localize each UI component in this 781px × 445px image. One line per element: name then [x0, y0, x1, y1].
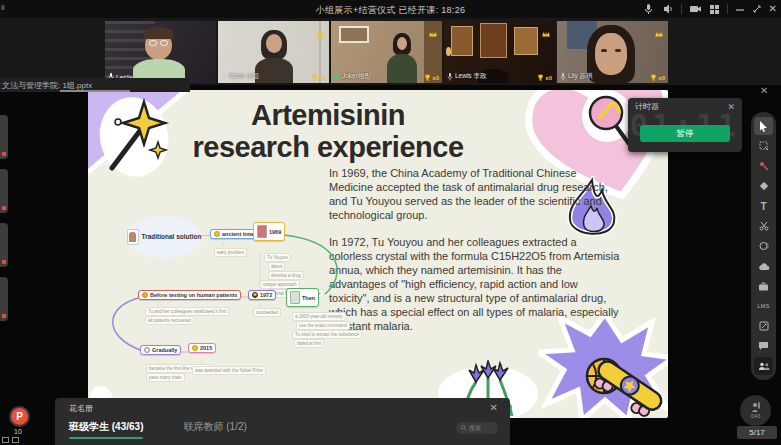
docked-file-tab[interactable] — [0, 223, 8, 267]
mic-icon — [560, 73, 566, 81]
video-tile[interactable]: Lily 苏琪 x0 — [557, 21, 668, 83]
slide-title: Artemisinin research experience — [158, 100, 498, 164]
unread-dot — [2, 206, 6, 210]
mindmap-subitem: use the exact command — [296, 321, 350, 330]
ppt-file-badge[interactable]: P — [9, 406, 30, 427]
mindmap-node: Before testing on human patients — [138, 290, 241, 300]
mindmap-node: 1969 — [253, 222, 285, 241]
glasses — [149, 40, 157, 46]
poster — [514, 27, 538, 55]
shared-file-tabbar: 文法与管理学院: 1组.pptx — [0, 78, 190, 92]
crown-icon — [541, 24, 551, 42]
timer-pause-button[interactable]: 暂停 — [640, 125, 730, 142]
eraser-tool-icon[interactable] — [754, 177, 773, 195]
titlebar: il 小组展示+结营仪式 已经开课: 18:26 ✕ — [0, 0, 781, 18]
view-switch-icons[interactable] — [2, 437, 19, 443]
speaker-icon[interactable] — [662, 3, 674, 15]
mindmap-subitem: succeeded — [253, 308, 281, 317]
participant-name: Lewis 李政 — [455, 72, 486, 81]
tab-class-students[interactable]: 班级学生 (43/63) — [69, 420, 143, 439]
trophy-count: x0 — [319, 75, 326, 81]
participant-name: Joker翊彤 — [342, 72, 371, 81]
shape-tool-icon[interactable] — [754, 237, 773, 255]
participant-face — [266, 34, 282, 53]
docked-file-tab[interactable] — [0, 169, 8, 213]
mindmap-subitem: pass many trials — [146, 373, 185, 382]
trophy-icon — [311, 74, 318, 81]
lms-tool[interactable]: LMS — [754, 297, 773, 315]
poster — [451, 26, 473, 56]
minimize-icon[interactable] — [735, 4, 745, 14]
annotation-toolbar: T LMS — [751, 112, 776, 380]
trophy-icon — [537, 74, 544, 81]
docked-file-tab[interactable] — [0, 115, 8, 159]
video-tile[interactable]: Leslie — [105, 21, 216, 83]
poster — [480, 23, 507, 58]
participant-body — [387, 54, 417, 83]
mindmap-root-node: Traditional solution — [126, 216, 202, 258]
chat-tool-icon[interactable] — [754, 337, 773, 355]
roster-tabs: 班级学生 (43/63) 联席教师 (1/2) — [69, 420, 247, 439]
trophy-icon — [650, 74, 657, 81]
scissors-tool-icon[interactable] — [754, 217, 773, 235]
trophy-icon — [424, 74, 431, 81]
select-tool-icon[interactable] — [754, 137, 773, 155]
plant-thumbnail — [290, 291, 300, 304]
meeting-app-window: il 小组展示+结营仪式 已经开课: 18:26 ✕ — [0, 0, 781, 445]
video-tile[interactable]: Joker翊彤 x0 — [331, 21, 442, 83]
raise-hand-icon — [750, 402, 762, 413]
participant-hair — [144, 27, 173, 39]
roster-search[interactable]: 搜索 — [456, 422, 498, 434]
mindmap-subitem: a 1600-year-old remedy — [292, 312, 346, 321]
participants-tool-icon[interactable] — [754, 357, 773, 375]
camera-icon[interactable] — [689, 3, 702, 15]
laser-pointer-icon[interactable] — [754, 157, 773, 175]
mindmap-subitem: develop a drug — [268, 271, 304, 280]
mindmap-node: 1972 — [248, 290, 276, 300]
smiley-emoji-icon — [214, 231, 220, 237]
video-tile[interactable]: Coco 小组 x0 — [218, 21, 329, 83]
cursor-tool-icon[interactable] — [754, 117, 773, 135]
mic-icon[interactable] — [643, 3, 655, 15]
glasses — [160, 40, 168, 46]
raise-hand-badge[interactable]: 0/43 — [740, 395, 771, 426]
mindmap-subitem: was awarded with the Nobel Prize — [192, 366, 266, 375]
mindmap-subitem: early problem — [214, 248, 247, 257]
video-tile[interactable]: Lewis 李政 x0 — [444, 21, 555, 83]
toolbox-icon[interactable] — [754, 277, 773, 295]
ppt-letter: P — [16, 411, 23, 422]
shared-file-tab[interactable]: 文法与管理学院: 1组.pptx — [0, 80, 92, 91]
trophy-count: x0 — [432, 75, 439, 81]
titlebar-divider — [727, 4, 728, 14]
tab-co-teachers[interactable]: 联席教师 (1/2) — [183, 420, 246, 439]
roster-close-icon[interactable]: ✕ — [490, 402, 498, 413]
text-tool-icon[interactable]: T — [754, 197, 773, 215]
notes-tool-icon[interactable] — [754, 317, 773, 335]
toolbar-close-icon[interactable]: ✕ — [760, 85, 768, 96]
mindmap-node-label: ancient times — [222, 231, 257, 237]
participant-name-row: Coco 小组 — [221, 72, 259, 81]
mindmap-node-label: Before testing on human patients — [150, 292, 237, 298]
docked-file-tab[interactable] — [0, 277, 8, 321]
eye — [615, 49, 621, 52]
layout-grid-icon[interactable] — [709, 4, 720, 15]
participant-name-row: Joker翊彤 — [334, 72, 371, 81]
roster-panel: 花名册 ✕ 班级学生 (43/63) 联席教师 (1/2) 搜索 — [55, 398, 510, 445]
person-thumbnail — [127, 229, 139, 245]
mindmap-subitem: about — [268, 262, 285, 271]
left-docked-tabs — [0, 105, 10, 425]
participant-face — [595, 33, 627, 75]
mindmap-subitem: all patients recovered — [145, 316, 194, 325]
file-tab-active-indicator — [60, 90, 130, 92]
restore-icon[interactable] — [752, 4, 762, 14]
slide-title-line1: Artemisinin — [158, 100, 498, 132]
cloud-upload-icon[interactable] — [754, 257, 773, 275]
trophy-count: x0 — [658, 75, 665, 81]
close-icon[interactable]: ✕ — [769, 2, 777, 16]
roster-title: 花名册 — [69, 403, 93, 414]
trophy-badge: x0 — [311, 74, 326, 81]
slide-title-line2: research experience — [158, 132, 498, 164]
trophy-badge: x0 — [424, 74, 439, 81]
voice-icon — [334, 73, 340, 81]
main-stage: 文法与管理学院: 1组.pptx — [0, 85, 781, 445]
